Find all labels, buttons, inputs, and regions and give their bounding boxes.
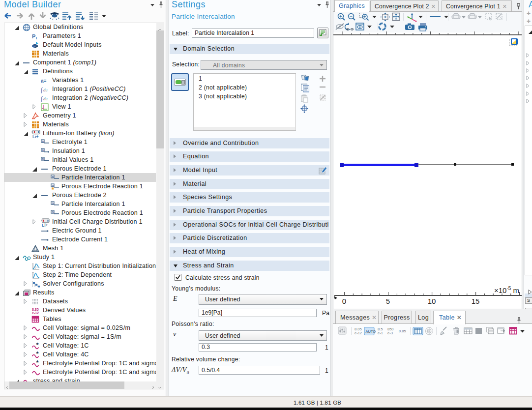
svg-text:du: du bbox=[43, 88, 48, 92]
svg-text:D: D bbox=[42, 140, 44, 143]
svg-text:i: i bbox=[36, 36, 37, 40]
svg-text:D: D bbox=[52, 202, 54, 205]
svg-text:D: D bbox=[42, 149, 44, 152]
svg-text:D: D bbox=[52, 211, 54, 214]
svg-text:AUTO: AUTO bbox=[366, 329, 376, 334]
svg-text:D: D bbox=[52, 184, 54, 187]
svg-text:a=: a= bbox=[41, 78, 47, 84]
svg-text:e-3: e-3 bbox=[387, 331, 393, 335]
svg-text:du: du bbox=[43, 96, 48, 101]
svg-text:8.85: 8.85 bbox=[32, 308, 39, 311]
svg-text:0.85: 0.85 bbox=[399, 329, 406, 333]
svg-text:D: D bbox=[52, 176, 54, 178]
svg-text:e-12: e-12 bbox=[355, 331, 362, 335]
svg-text:e-1: e-1 bbox=[378, 331, 383, 335]
svg-text:e-12: e-12 bbox=[32, 311, 39, 315]
svg-text:P: P bbox=[32, 33, 35, 39]
svg-text:D: D bbox=[42, 158, 44, 161]
